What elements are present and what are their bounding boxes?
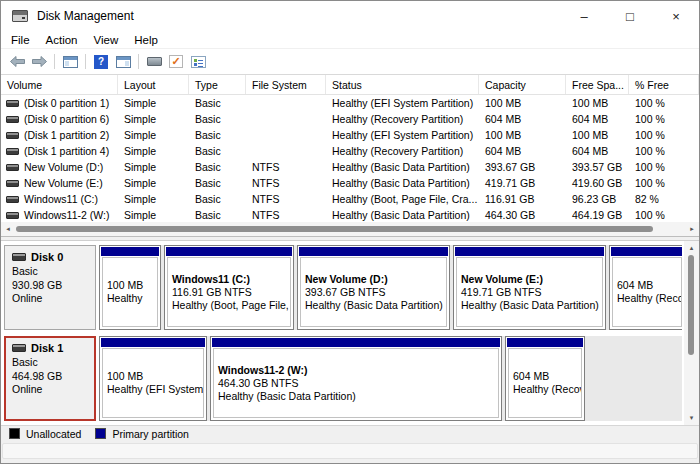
partition-block[interactable]: 100 MBHealthy (EFI System bbox=[99, 336, 207, 421]
help-icon[interactable]: ? bbox=[90, 52, 112, 72]
cell-status: Healthy (Basic Data Partition) bbox=[326, 161, 479, 173]
volume-row[interactable]: (Disk 0 partition 6)SimpleBasicHealthy (… bbox=[1, 111, 699, 127]
volume-icon bbox=[6, 196, 19, 203]
column-header-free_space[interactable]: Free Spa... bbox=[566, 75, 629, 94]
column-header-capacity[interactable]: Capacity bbox=[479, 75, 566, 94]
volume-icon bbox=[6, 180, 19, 187]
cell-layout: Simple bbox=[118, 129, 189, 141]
partition-block[interactable]: New Volume (D:)393.67 GB NTFSHealthy (Ba… bbox=[297, 245, 450, 330]
menu-item-help[interactable]: Help bbox=[126, 32, 166, 48]
partition-block[interactable]: 604 MBHealthy (Reco bbox=[609, 245, 682, 330]
scroll-right-icon[interactable]: ▸ bbox=[685, 222, 699, 236]
horizontal-scroll-thumb[interactable] bbox=[16, 226, 653, 232]
action-pane-icon[interactable] bbox=[112, 52, 134, 72]
partition-block[interactable]: Windows11 (C:)116.91 GB NTFSHealthy (Boo… bbox=[164, 245, 294, 330]
column-header-file_system[interactable]: File System bbox=[246, 75, 326, 94]
menu-item-view[interactable]: View bbox=[86, 32, 127, 48]
partition-strip: 100 MBHealthy (EFI SystemWindows11-2 (W:… bbox=[99, 336, 682, 421]
cell-capacity: 393.67 GB bbox=[479, 161, 566, 173]
cell-capacity: 604 MB bbox=[479, 113, 566, 125]
toolbar-separator bbox=[85, 54, 86, 69]
partition-block[interactable]: 604 MBHealthy (Recovery Partition) bbox=[505, 336, 585, 421]
volume-name: (Disk 1 partition 4) bbox=[24, 145, 109, 157]
partition-block[interactable]: 100 MBHealthy bbox=[99, 245, 161, 330]
volume-row[interactable]: New Volume (D:)SimpleBasicNTFSHealthy (B… bbox=[1, 159, 699, 175]
close-button[interactable]: × bbox=[653, 1, 699, 31]
volume-icon bbox=[6, 164, 19, 171]
volume-name: New Volume (D:) bbox=[24, 161, 103, 173]
partition-status: Healthy (Reco bbox=[617, 292, 677, 305]
partition-body: New Volume (E:)419.71 GB NTFSHealthy (Ba… bbox=[456, 257, 603, 327]
partition-block[interactable]: New Volume (E:)419.71 GB NTFSHealthy (Ba… bbox=[453, 245, 606, 330]
volume-row[interactable]: (Disk 1 partition 2)SimpleBasicHealthy (… bbox=[1, 127, 699, 143]
cell-capacity: 419.71 GB bbox=[479, 177, 566, 189]
close-icon: × bbox=[672, 9, 680, 24]
cell-file_system: NTFS bbox=[246, 193, 326, 205]
scroll-left-icon[interactable]: ◂ bbox=[1, 222, 15, 236]
partition-color-band bbox=[101, 338, 205, 347]
partition-color-band bbox=[101, 247, 159, 256]
partition-body: 100 MBHealthy (EFI System bbox=[102, 348, 204, 418]
column-header-layout[interactable]: Layout bbox=[118, 75, 189, 94]
legend-swatch bbox=[95, 428, 106, 439]
partition-block[interactable]: Windows11-2 (W:)464.30 GB NTFSHealthy (B… bbox=[210, 336, 502, 421]
disk-name-label: Disk 0 bbox=[31, 251, 63, 263]
scroll-up-icon[interactable]: ▴ bbox=[684, 241, 699, 255]
partition-color-band bbox=[611, 247, 682, 256]
menu-item-file[interactable]: File bbox=[3, 32, 38, 48]
partition-size: 116.91 GB NTFS bbox=[172, 286, 286, 299]
disk-label-disk-0[interactable]: Disk 0Basic930.98 GBOnline bbox=[4, 245, 96, 330]
disk-management-app-icon bbox=[12, 10, 28, 22]
cell-capacity: 116.91 GB bbox=[479, 193, 566, 205]
cell-pct_free: 100 % bbox=[629, 177, 699, 189]
disk-name: Disk 1 bbox=[12, 342, 94, 354]
minimize-button[interactable]: – bbox=[561, 1, 607, 31]
disk-status: Online bbox=[12, 383, 94, 397]
cell-type: Basic bbox=[189, 177, 246, 189]
console-tree-icon[interactable] bbox=[59, 52, 81, 72]
cell-type: Basic bbox=[189, 145, 246, 157]
partition-color-band bbox=[166, 247, 292, 256]
partition-size: 604 MB bbox=[513, 370, 577, 383]
device-icon[interactable] bbox=[143, 52, 165, 72]
cell-volume: (Disk 1 partition 4) bbox=[1, 145, 118, 157]
column-header-volume[interactable]: Volume bbox=[1, 75, 118, 94]
vertical-scrollbar[interactable]: ▴ ▾ bbox=[684, 241, 699, 425]
toolbar: ?✓ bbox=[1, 49, 699, 75]
forward-icon[interactable] bbox=[28, 52, 50, 72]
cell-type: Basic bbox=[189, 209, 246, 221]
properties-list-icon[interactable] bbox=[187, 52, 209, 72]
menu-item-action[interactable]: Action bbox=[38, 32, 86, 48]
cell-pct_free: 82 % bbox=[629, 193, 699, 205]
disk-name: Disk 0 bbox=[12, 251, 95, 263]
cell-status: Healthy (Recovery Partition) bbox=[326, 145, 479, 157]
check-disk-icon[interactable]: ✓ bbox=[165, 52, 187, 72]
disk-icon bbox=[12, 253, 26, 261]
partition-body: 604 MBHealthy (Reco bbox=[612, 257, 682, 327]
window-controls: –□× bbox=[561, 1, 699, 31]
vertical-scroll-thumb[interactable] bbox=[688, 255, 694, 355]
column-header-status[interactable]: Status bbox=[326, 75, 479, 94]
disk-label-disk-1[interactable]: Disk 1Basic464.98 GBOnline bbox=[4, 336, 96, 421]
horizontal-scrollbar[interactable]: ◂ ▸ bbox=[1, 222, 699, 236]
maximize-button[interactable]: □ bbox=[607, 1, 653, 31]
maximize-icon: □ bbox=[626, 9, 634, 24]
scroll-down-icon[interactable]: ▾ bbox=[684, 411, 699, 425]
cell-status: Healthy (EFI System Partition) bbox=[326, 129, 479, 141]
column-header-type[interactable]: Type bbox=[189, 75, 246, 94]
window-title: Disk Management bbox=[37, 9, 134, 23]
volume-row[interactable]: New Volume (E:)SimpleBasicNTFSHealthy (B… bbox=[1, 175, 699, 191]
legend-item-unallocated: Unallocated bbox=[9, 428, 81, 440]
volume-icon bbox=[6, 132, 19, 139]
volume-row[interactable]: (Disk 0 partition 1)SimpleBasicHealthy (… bbox=[1, 95, 699, 111]
volume-row[interactable]: Windows11-2 (W:)SimpleBasicNTFSHealthy (… bbox=[1, 207, 699, 223]
back-icon[interactable] bbox=[6, 52, 28, 72]
volume-row[interactable]: Windows11 (C:)SimpleBasicNTFSHealthy (Bo… bbox=[1, 191, 699, 207]
partition-size: 464.30 GB NTFS bbox=[218, 377, 494, 390]
column-header-pct_free[interactable]: % Free bbox=[629, 75, 699, 94]
volume-row[interactable]: (Disk 1 partition 4)SimpleBasicHealthy (… bbox=[1, 143, 699, 159]
cell-file_system: NTFS bbox=[246, 161, 326, 173]
cell-volume: (Disk 0 partition 6) bbox=[1, 113, 118, 125]
cell-layout: Simple bbox=[118, 177, 189, 189]
cell-status: Healthy (Boot, Page File, Cra... bbox=[326, 193, 479, 205]
